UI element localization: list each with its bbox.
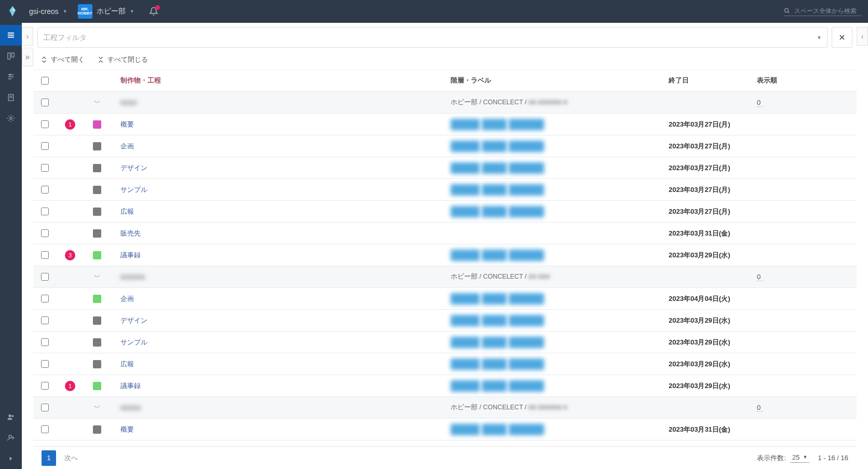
sidebar-item-settings[interactable] <box>0 108 22 129</box>
table-row[interactable]: 広報2023年03月29日(水) <box>33 353 857 375</box>
expand-all-button[interactable]: すべて開く <box>40 55 85 64</box>
table-row[interactable]: 3議事録2023年03月29日(水) <box>33 244 857 266</box>
table-row[interactable]: サンプル2023年03月29日(水) <box>33 332 857 353</box>
page-1-button[interactable]: 1 <box>42 450 56 466</box>
col-name[interactable]: 制作物・工程 <box>120 76 451 85</box>
sidebar-item-collapse[interactable] <box>0 448 22 469</box>
table-row[interactable]: 企画2023年03月27日(月) <box>33 135 857 157</box>
panel-toggle-left[interactable]: › <box>22 27 33 46</box>
table-row[interactable]: 広報2023年03月27日(月) <box>33 201 857 223</box>
row-checkbox[interactable] <box>41 360 49 368</box>
group-row[interactable]: ﹀■■■■ホビー部 / CONCELECT / ■■ ■■■■■■ ■0 <box>33 92 857 114</box>
process-filter-input[interactable] <box>43 33 812 42</box>
col-path[interactable]: 階層・ラベル <box>451 76 669 85</box>
notifications-button[interactable] <box>149 7 158 16</box>
table-row[interactable]: 概要2023年03月31日(金) <box>33 419 857 440</box>
process-table[interactable]: 制作物・工程 階層・ラベル 終了日 表示順 ﹀■■■■ホビー部 / CONCEL… <box>33 70 857 446</box>
sidebar-item-flow[interactable] <box>0 66 22 87</box>
chevron-down-icon[interactable]: ﹀ <box>84 272 110 282</box>
process-link[interactable]: サンプル <box>120 338 147 346</box>
collapse-icon <box>97 56 104 63</box>
row-checkbox[interactable] <box>41 142 49 150</box>
left-panel-handles: › » <box>22 23 33 469</box>
label-tag <box>482 119 507 130</box>
svg-point-9 <box>9 74 11 76</box>
col-order[interactable]: 表示順 <box>757 76 850 85</box>
row-checkbox[interactable] <box>41 338 49 346</box>
process-link[interactable]: デザイン <box>120 164 147 172</box>
process-link[interactable]: 議事録 <box>120 251 141 259</box>
process-link[interactable]: 概要 <box>120 120 134 128</box>
app-logo[interactable] <box>6 5 19 18</box>
row-checkbox[interactable] <box>41 273 49 281</box>
process-filter[interactable]: ▼ <box>37 27 828 48</box>
process-link[interactable]: 広報 <box>120 360 134 368</box>
process-link[interactable]: 概要 <box>120 425 134 433</box>
panel-toggle-left-2[interactable]: » <box>22 48 33 66</box>
color-swatch <box>93 425 101 434</box>
chevron-down-icon[interactable]: ﹀ <box>84 98 110 107</box>
select-all-checkbox[interactable] <box>41 77 49 85</box>
table-row[interactable]: 販売先2023年03月31日(金) <box>33 223 857 244</box>
label-tag <box>482 162 507 174</box>
row-checkbox[interactable] <box>41 404 49 411</box>
table-row[interactable]: 企画2023年04月04日(火) <box>33 288 857 310</box>
sidebar-item-board[interactable] <box>0 46 22 66</box>
table-row[interactable]: デザイン2023年03月27日(月) <box>33 157 857 179</box>
svg-point-2 <box>785 8 789 12</box>
process-link[interactable]: 企画 <box>120 295 134 302</box>
process-link[interactable]: 企画 <box>120 142 134 150</box>
row-checkbox[interactable] <box>41 251 49 259</box>
display-order[interactable]: 0 <box>757 404 763 412</box>
row-checkbox[interactable] <box>41 316 49 324</box>
row-checkbox[interactable] <box>41 164 49 172</box>
process-link[interactable]: 販売先 <box>120 229 141 237</box>
process-link[interactable]: 広報 <box>120 208 134 215</box>
space-name: ホビー部 <box>97 7 126 16</box>
clear-filter-button[interactable] <box>832 27 852 48</box>
svg-point-16 <box>9 435 11 438</box>
panel-toggle-right[interactable]: ‹ <box>857 27 868 46</box>
display-order[interactable]: 0 <box>757 99 763 107</box>
collapse-all-button[interactable]: すべて閉じる <box>97 55 148 64</box>
group-row[interactable]: ﹀■■■■■ホビー部 / CONCELECT / ■■ ■■■■■■ ■0 <box>33 397 857 419</box>
sidebar-item-doc[interactable] <box>0 87 22 108</box>
row-checkbox[interactable] <box>41 120 49 128</box>
sidebar-item-members[interactable] <box>0 407 22 427</box>
row-checkbox[interactable] <box>41 229 49 237</box>
display-order[interactable]: 0 <box>757 273 763 281</box>
row-checkbox[interactable] <box>41 186 49 194</box>
label-tag <box>482 184 507 196</box>
table-row[interactable]: サンプル2023年03月27日(月) <box>33 179 857 201</box>
process-link[interactable]: デザイン <box>120 316 147 324</box>
chevron-down-icon[interactable]: ﹀ <box>84 403 110 412</box>
hierarchy-path: ホビー部 / CONCELECT / ■■ ■■■■■■ ■ <box>451 98 669 107</box>
svg-point-15 <box>11 415 13 417</box>
process-link[interactable]: サンプル <box>120 186 147 194</box>
color-swatch <box>93 316 101 325</box>
group-name: ■■■■■ <box>120 404 141 411</box>
global-search-input[interactable] <box>794 7 862 15</box>
global-search[interactable] <box>784 7 862 16</box>
table-row[interactable]: デザイン2023年03月29日(水) <box>33 310 857 332</box>
row-checkbox[interactable] <box>41 99 49 106</box>
row-checkbox[interactable] <box>41 295 49 302</box>
caret-down-icon: ▼ <box>812 35 822 40</box>
sidebar-item-invite[interactable] <box>0 427 22 448</box>
svg-rect-4 <box>8 33 14 34</box>
row-checkbox[interactable] <box>41 425 49 433</box>
row-checkbox[interactable] <box>41 208 49 215</box>
space-dropdown[interactable]: ホビー部 ▼ <box>97 7 134 16</box>
perpage-select[interactable]: 25 ▼ <box>790 453 809 463</box>
row-checkbox[interactable] <box>41 382 49 390</box>
workspace-dropdown[interactable]: gsi-creos ▼ <box>29 7 67 16</box>
table-row[interactable]: 1議事録2023年03月29日(水) <box>33 375 857 397</box>
next-page-link[interactable]: 次へ <box>64 453 78 463</box>
process-link[interactable]: 議事録 <box>120 382 141 390</box>
col-end-date[interactable]: 終了日 <box>669 76 757 85</box>
table-footer: 1 次へ 表示件数: 25 ▼ 1 - 16 / 16 <box>33 446 857 469</box>
label-tag <box>482 250 507 261</box>
group-row[interactable]: ﹀■■■■■■ホビー部 / CONCELECT / ■■ ■■■0 <box>33 266 857 288</box>
sidebar-item-list[interactable] <box>0 25 22 46</box>
table-row[interactable]: 1概要2023年03月27日(月) <box>33 114 857 135</box>
